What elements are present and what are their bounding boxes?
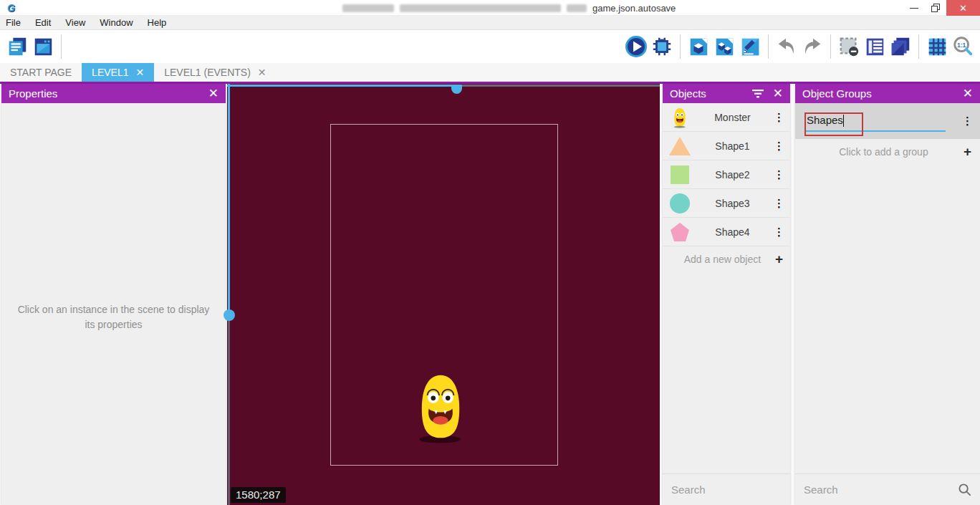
kebab-menu-icon[interactable]: ⋮ xyxy=(774,171,784,178)
panel-title: Objects xyxy=(670,87,706,100)
redacted-text xyxy=(400,4,561,12)
vertical-scrollbar[interactable] xyxy=(228,84,230,505)
menu-edit[interactable]: Edit xyxy=(28,16,58,30)
show-object-groups-button[interactable] xyxy=(711,34,737,59)
show-objects-panel-button[interactable] xyxy=(686,34,711,59)
menu-help[interactable]: Help xyxy=(140,16,174,30)
scrollbar-fill xyxy=(227,85,457,87)
toolbar-separator xyxy=(680,34,681,59)
kebab-menu-icon[interactable]: ⋮ xyxy=(774,143,784,150)
object-row-shape1[interactable]: Shape1 ⋮ xyxy=(663,132,790,160)
object-name: Shape2 xyxy=(691,169,774,181)
svg-text:1:1: 1:1 xyxy=(957,42,966,49)
group-name-field[interactable] xyxy=(805,111,946,132)
add-object-button[interactable]: Add a new object + xyxy=(663,246,790,272)
plus-icon: + xyxy=(775,251,783,267)
properties-empty-message: Click on an instance in the scene to dis… xyxy=(14,302,213,332)
monster-thumbnail xyxy=(668,106,691,129)
redacted-text xyxy=(342,4,394,12)
tab-close-icon[interactable]: ✕ xyxy=(135,67,144,78)
group-name-input[interactable] xyxy=(805,111,946,130)
square-thumbnail xyxy=(668,163,691,186)
toggle-mask-button[interactable] xyxy=(836,34,862,59)
triangle-thumbnail xyxy=(668,135,691,158)
tab-level1-events[interactable]: LEVEL1 (EVENTS) ✕ xyxy=(154,63,276,82)
kebab-menu-icon[interactable]: ⋮ xyxy=(774,114,784,121)
undo-button[interactable] xyxy=(774,34,799,59)
scrollbar-thumb[interactable] xyxy=(451,85,462,94)
window-title: game.json.autosave xyxy=(342,0,676,16)
zoom-1-1-icon: 1:1 xyxy=(951,35,974,58)
object-groups-icon xyxy=(713,35,736,58)
toggle-grid-button[interactable] xyxy=(924,34,950,59)
title-bar: G game.json.autosave — ✕ xyxy=(0,0,980,16)
add-group-button[interactable]: Click to add a group + xyxy=(795,139,980,165)
object-name: Monster xyxy=(691,112,774,123)
menu-window[interactable]: Window xyxy=(92,16,140,30)
group-row-editing[interactable]: ⋮ xyxy=(795,103,980,139)
object-name: Shape1 xyxy=(691,140,774,152)
properties-panel-header: Properties ✕ xyxy=(1,84,226,103)
kebab-menu-icon[interactable]: ⋮ xyxy=(962,117,973,125)
tab-label: START PAGE xyxy=(10,67,72,78)
layers-button[interactable] xyxy=(888,34,913,59)
tab-start-page[interactable]: START PAGE xyxy=(0,63,82,82)
preview-play-button[interactable] xyxy=(623,34,649,59)
tab-level1[interactable]: LEVEL1 ✕ xyxy=(82,63,154,82)
object-row-shape2[interactable]: Shape2 ⋮ xyxy=(663,160,790,189)
object-row-monster[interactable]: Monster ⋮ xyxy=(663,103,790,132)
minimize-button[interactable]: — xyxy=(903,0,925,16)
menu-file[interactable]: File xyxy=(0,16,28,30)
groups-search-bar xyxy=(795,473,980,505)
close-icon[interactable]: ✕ xyxy=(773,87,783,100)
monster-instance[interactable] xyxy=(416,370,465,443)
circle-thumbnail xyxy=(668,192,691,215)
redo-icon xyxy=(801,35,824,58)
filter-icon[interactable] xyxy=(751,89,764,99)
horizontal-scrollbar[interactable] xyxy=(227,85,660,87)
redo-button[interactable] xyxy=(799,34,825,59)
close-button[interactable]: ✕ xyxy=(946,0,980,16)
close-icon[interactable]: ✕ xyxy=(208,87,218,100)
toolbar-separator xyxy=(918,34,919,59)
toolbar: 1:1 xyxy=(0,30,980,63)
menu-view[interactable]: View xyxy=(58,16,92,30)
search-icon xyxy=(958,483,971,496)
objects-search-input[interactable] xyxy=(671,484,814,496)
toolbar-separator xyxy=(830,34,831,59)
redacted-text xyxy=(567,4,587,12)
scene-window-icon xyxy=(32,35,54,58)
properties-panel: Properties ✕ Click on an instance in the… xyxy=(1,84,226,505)
instances-list-button[interactable] xyxy=(862,34,888,59)
tab-close-icon[interactable]: ✕ xyxy=(258,67,266,78)
groups-search-input[interactable] xyxy=(804,484,953,496)
kebab-menu-icon[interactable]: ⋮ xyxy=(774,200,784,207)
edit-scene-properties-button[interactable] xyxy=(737,34,763,59)
scrollbar-fill xyxy=(228,84,230,315)
cursor-coordinates: 1580;287 xyxy=(231,487,286,503)
tab-label: LEVEL1 xyxy=(92,67,128,78)
menu-bar: File Edit View Window Help xyxy=(0,16,980,30)
objects-panel-header: Objects ✕ xyxy=(663,84,790,103)
zoom-original-button[interactable]: 1:1 xyxy=(950,34,976,59)
scene-canvas[interactable]: 1580;287 xyxy=(227,84,660,505)
close-icon[interactable]: ✕ xyxy=(963,87,973,100)
grid-icon xyxy=(926,35,948,58)
object-row-shape4[interactable]: Shape4 ⋮ xyxy=(663,218,790,246)
add-object-label: Add a new object xyxy=(670,254,775,265)
scrollbar-thumb[interactable] xyxy=(224,309,235,321)
gdevelop-logo-icon: G xyxy=(7,2,15,14)
object-name: Shape3 xyxy=(691,198,774,209)
object-name: Shape4 xyxy=(691,226,774,238)
edit-pencil-icon xyxy=(739,35,762,58)
restore-button[interactable] xyxy=(925,0,946,16)
object-groups-panel: Object Groups ✕ ⋮ Click to add a group + xyxy=(795,84,980,505)
scene-editor-button[interactable] xyxy=(30,34,56,59)
debug-button[interactable] xyxy=(649,34,675,59)
panel-title: Object Groups xyxy=(802,87,872,100)
toolbar-separator xyxy=(768,34,769,59)
project-manager-button[interactable] xyxy=(4,34,30,59)
objects-panel: Objects ✕ Monster ⋮ Shape1 ⋮ Shape2 ⋮ Sh… xyxy=(663,84,790,505)
object-row-shape3[interactable]: Shape3 ⋮ xyxy=(663,189,790,218)
kebab-menu-icon[interactable]: ⋮ xyxy=(774,229,784,236)
